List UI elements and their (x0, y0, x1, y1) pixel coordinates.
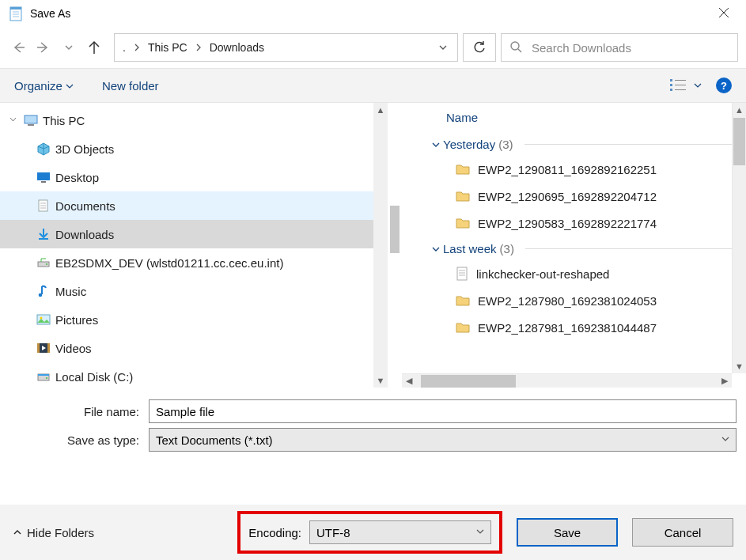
nav-up-button[interactable] (84, 37, 104, 58)
scroll-thumb[interactable] (733, 118, 745, 165)
tree-item-documents[interactable]: Documents (0, 191, 388, 220)
file-list-vertical-scrollbar[interactable]: ▲ ▼ (732, 103, 746, 373)
scroll-up-icon[interactable]: ▲ (733, 103, 746, 117)
file-list-horizontal-scrollbar[interactable]: ◀ ▶ (402, 373, 732, 388)
chevron-down-icon (721, 435, 729, 445)
svg-point-37 (46, 377, 47, 379)
downloads-icon (36, 227, 51, 241)
hide-folders-label: Hide Folders (27, 526, 94, 539)
file-name: linkchecker-out-reshaped (476, 267, 609, 281)
splitter[interactable] (388, 103, 402, 388)
breadcrumb-root[interactable]: . (119, 40, 129, 55)
svg-rect-12 (670, 79, 672, 81)
search-box[interactable] (501, 33, 738, 62)
scroll-left-icon[interactable]: ◀ (402, 376, 416, 386)
scroll-up-icon[interactable]: ▲ (377, 103, 385, 117)
view-options-button[interactable] (670, 78, 702, 93)
tree-item[interactable]: Videos (0, 334, 388, 362)
svg-rect-21 (41, 181, 46, 183)
encoding-select[interactable]: UTF-8 (309, 520, 491, 544)
address-dropdown[interactable] (434, 43, 453, 52)
music-icon (36, 284, 51, 298)
svg-point-10 (511, 42, 519, 50)
window-title: Save As (30, 7, 70, 20)
organize-label: Organize (14, 79, 62, 93)
documents-icon (36, 199, 51, 213)
svg-rect-33 (37, 343, 40, 353)
tree-item-downloads[interactable]: Downloads (0, 220, 388, 248)
refresh-button[interactable] (463, 33, 496, 62)
tree-root-this-pc[interactable]: This PC (0, 106, 388, 134)
svg-rect-19 (28, 124, 34, 126)
search-icon (509, 40, 522, 55)
hide-folders-button[interactable]: Hide Folders (13, 526, 94, 539)
tree-item[interactable]: Music (0, 277, 388, 305)
nav-recent-dropdown[interactable] (59, 37, 79, 58)
window-close-button[interactable] (708, 6, 740, 22)
filename-input[interactable] (149, 399, 737, 423)
file-row[interactable]: EWP2_1290583_1692892221774 (410, 210, 732, 236)
group-count: (3) (498, 138, 513, 151)
svg-rect-38 (457, 267, 467, 280)
file-name: EWP2_1290695_1692892204712 (478, 190, 657, 203)
svg-rect-14 (670, 89, 672, 91)
tree-label: EB2SDMX_DEV (wlstd01211.cc.cec.eu.int) (55, 256, 283, 270)
folder-tree-pane: This PC 3D Objects Desktop Documents Dow… (0, 103, 388, 388)
tree-label: 3D Objects (55, 142, 114, 156)
text-file-icon (456, 267, 468, 281)
svg-rect-20 (37, 172, 50, 180)
tree-item[interactable]: Local Disk (C:) (0, 362, 388, 388)
organize-menu[interactable]: Organize (14, 79, 74, 93)
file-list-pane: Name Yesterday (3) EWP2_1290811_16928921… (402, 103, 732, 373)
scroll-thumb[interactable] (421, 375, 516, 388)
folder-icon (456, 294, 470, 307)
group-header[interactable]: Yesterday (3) (410, 132, 732, 156)
desktop-icon (36, 170, 51, 184)
save-as-type-select[interactable]: Text Documents (*.txt) (149, 428, 737, 452)
encoding-highlight: Encoding: UTF-8 (237, 511, 502, 554)
tree-label: Music (55, 285, 86, 298)
folder-icon (456, 163, 470, 176)
tree-item[interactable]: Pictures (0, 305, 388, 334)
tree-label: This PC (43, 114, 85, 127)
chevron-right-icon[interactable] (132, 41, 142, 54)
file-row[interactable]: EWP2_1290811_1692892162251 (410, 156, 732, 183)
tree-item[interactable]: EB2SDMX_DEV (wlstd01211.cc.cec.eu.int) (0, 248, 388, 277)
nav-back-button[interactable] (8, 37, 28, 58)
chevron-right-icon[interactable] (194, 41, 203, 54)
cancel-button[interactable]: Cancel (632, 518, 733, 547)
toolbar: Organize New folder ? (0, 68, 746, 103)
folder-icon (456, 190, 470, 202)
chevron-down-icon (66, 79, 74, 93)
scroll-down-icon[interactable]: ▼ (377, 373, 385, 388)
tree-scrollbar[interactable]: ▲ ▼ (373, 103, 388, 388)
filename-label: File name: (9, 405, 142, 418)
scroll-right-icon[interactable]: ▶ (718, 376, 732, 386)
search-input[interactable] (530, 40, 729, 55)
folder-icon (456, 321, 470, 334)
svg-rect-30 (37, 315, 50, 324)
this-pc-icon (24, 113, 38, 127)
tree-item[interactable]: 3D Objects (0, 134, 388, 163)
breadcrumb-this-pc[interactable]: This PC (145, 40, 191, 55)
file-row[interactable]: EWP2_1287980_1692381024053 (410, 287, 732, 314)
column-header-name[interactable]: Name (410, 103, 732, 132)
file-row[interactable]: EWP2_1287981_1692381044487 (410, 314, 732, 341)
encoding-label: Encoding: (248, 526, 301, 539)
new-folder-button[interactable]: New folder (102, 79, 159, 93)
breadcrumb-current-folder[interactable]: Downloads (206, 40, 267, 55)
file-row[interactable]: linkchecker-out-reshaped (410, 260, 732, 287)
scroll-down-icon[interactable]: ▼ (733, 359, 746, 373)
svg-rect-13 (670, 84, 672, 86)
tree-item[interactable]: Desktop (0, 163, 388, 191)
chevron-down-icon (432, 138, 440, 151)
group-header[interactable]: Last week (3) (410, 236, 732, 260)
tree-label: Pictures (55, 313, 98, 327)
nav-forward-button[interactable] (33, 37, 54, 58)
save-button[interactable]: Save (517, 518, 618, 547)
group-count: (3) (500, 242, 514, 255)
network-drive-icon (36, 255, 51, 270)
file-row[interactable]: EWP2_1290695_1692892204712 (410, 183, 732, 210)
help-button[interactable]: ? (716, 78, 732, 93)
address-bar[interactable]: . This PC Downloads (114, 33, 458, 62)
